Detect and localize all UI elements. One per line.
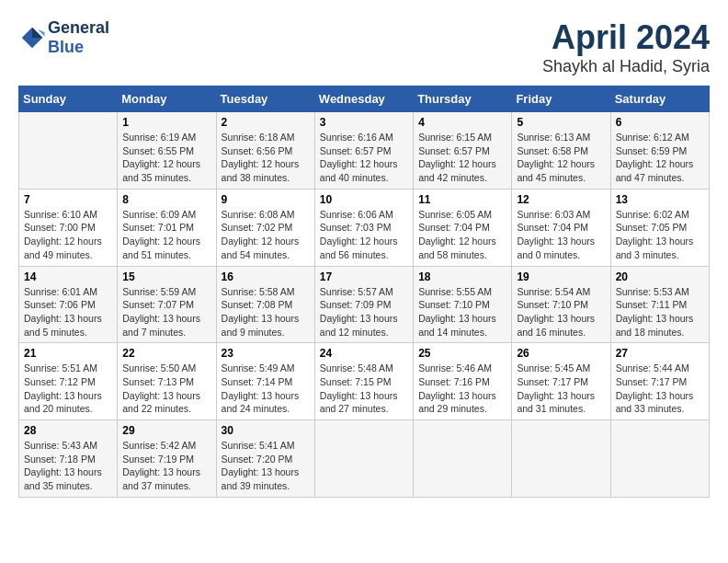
day-info: Sunrise: 6:16 AMSunset: 6:57 PMDaylight:… — [320, 131, 408, 185]
calendar-cell: 16Sunrise: 5:58 AMSunset: 7:08 PMDayligh… — [216, 266, 314, 343]
day-number: 14 — [24, 270, 112, 283]
day-info: Sunrise: 5:43 AMSunset: 7:18 PMDaylight:… — [24, 439, 112, 493]
calendar-cell: 10Sunrise: 6:06 AMSunset: 7:03 PMDayligh… — [314, 189, 413, 266]
day-number: 5 — [517, 116, 605, 129]
calendar-cell: 12Sunrise: 6:03 AMSunset: 7:04 PMDayligh… — [512, 189, 610, 266]
calendar-week-row: 1Sunrise: 6:19 AMSunset: 6:55 PMDaylight… — [19, 112, 710, 190]
day-info: Sunrise: 6:08 AMSunset: 7:02 PMDaylight:… — [222, 208, 310, 262]
day-number: 30 — [222, 424, 310, 437]
day-number: 24 — [320, 347, 408, 360]
day-info: Sunrise: 5:51 AMSunset: 7:12 PMDaylight:… — [24, 362, 112, 416]
calendar-cell — [414, 420, 512, 498]
calendar-table: SundayMondayTuesdayWednesdayThursdayFrid… — [18, 86, 710, 498]
calendar-cell — [610, 420, 709, 498]
calendar-cell: 18Sunrise: 5:55 AMSunset: 7:10 PMDayligh… — [414, 266, 512, 343]
title-block: April 2024 Shaykh al Hadid, Syria — [542, 18, 710, 76]
day-info: Sunrise: 6:13 AMSunset: 6:58 PMDaylight:… — [517, 131, 605, 185]
calendar-cell: 14Sunrise: 6:01 AMSunset: 7:06 PMDayligh… — [19, 266, 118, 343]
day-number: 27 — [616, 347, 704, 360]
day-info: Sunrise: 5:41 AMSunset: 7:20 PMDaylight:… — [222, 439, 310, 493]
calendar-cell: 6Sunrise: 6:12 AMSunset: 6:59 PMDaylight… — [610, 112, 709, 190]
day-info: Sunrise: 5:44 AMSunset: 7:17 PMDaylight:… — [616, 362, 704, 416]
calendar-cell: 4Sunrise: 6:15 AMSunset: 6:57 PMDaylight… — [414, 112, 512, 190]
weekday-header-cell: Thursday — [414, 86, 512, 112]
day-info: Sunrise: 6:19 AMSunset: 6:55 PMDaylight:… — [122, 131, 210, 185]
day-number: 11 — [418, 193, 506, 206]
day-number: 19 — [517, 270, 605, 283]
logo: General Blue — [18, 18, 109, 57]
day-number: 26 — [517, 347, 605, 360]
calendar-cell: 23Sunrise: 5:49 AMSunset: 7:14 PMDayligh… — [216, 343, 314, 420]
day-number: 28 — [24, 424, 112, 437]
day-number: 18 — [418, 270, 506, 283]
weekday-header-cell: Saturday — [610, 86, 709, 112]
calendar-cell: 7Sunrise: 6:10 AMSunset: 7:00 PMDaylight… — [19, 189, 118, 266]
day-number: 21 — [24, 347, 112, 360]
day-number: 3 — [320, 116, 408, 129]
day-number: 13 — [616, 193, 704, 206]
day-info: Sunrise: 6:02 AMSunset: 7:05 PMDaylight:… — [616, 208, 704, 262]
day-info: Sunrise: 6:12 AMSunset: 6:59 PMDaylight:… — [616, 131, 704, 185]
calendar-cell: 17Sunrise: 5:57 AMSunset: 7:09 PMDayligh… — [314, 266, 413, 343]
day-info: Sunrise: 5:55 AMSunset: 7:10 PMDaylight:… — [418, 285, 506, 339]
day-info: Sunrise: 5:57 AMSunset: 7:09 PMDaylight:… — [320, 285, 408, 339]
calendar-cell: 21Sunrise: 5:51 AMSunset: 7:12 PMDayligh… — [19, 343, 118, 420]
day-info: Sunrise: 5:58 AMSunset: 7:08 PMDaylight:… — [222, 285, 310, 339]
weekday-header-cell: Monday — [118, 86, 216, 112]
calendar-week-row: 14Sunrise: 6:01 AMSunset: 7:06 PMDayligh… — [19, 266, 710, 343]
calendar-cell: 15Sunrise: 5:59 AMSunset: 7:07 PMDayligh… — [118, 266, 216, 343]
day-number: 2 — [222, 116, 310, 129]
calendar-cell: 22Sunrise: 5:50 AMSunset: 7:13 PMDayligh… — [118, 343, 216, 420]
calendar-cell: 25Sunrise: 5:46 AMSunset: 7:16 PMDayligh… — [414, 343, 512, 420]
day-number: 29 — [122, 424, 210, 437]
day-info: Sunrise: 5:49 AMSunset: 7:14 PMDaylight:… — [222, 362, 310, 416]
weekday-header-cell: Sunday — [19, 86, 118, 112]
calendar-cell: 19Sunrise: 5:54 AMSunset: 7:10 PMDayligh… — [512, 266, 610, 343]
calendar-cell: 5Sunrise: 6:13 AMSunset: 6:58 PMDaylight… — [512, 112, 610, 190]
day-info: Sunrise: 6:15 AMSunset: 6:57 PMDaylight:… — [418, 131, 506, 185]
calendar-cell: 3Sunrise: 6:16 AMSunset: 6:57 PMDaylight… — [314, 112, 413, 190]
calendar-cell: 28Sunrise: 5:43 AMSunset: 7:18 PMDayligh… — [19, 420, 118, 498]
calendar-cell: 27Sunrise: 5:44 AMSunset: 7:17 PMDayligh… — [610, 343, 709, 420]
day-number: 9 — [222, 193, 310, 206]
day-info: Sunrise: 5:50 AMSunset: 7:13 PMDaylight:… — [122, 362, 210, 416]
day-number: 6 — [616, 116, 704, 129]
day-number: 4 — [418, 116, 506, 129]
calendar-cell: 24Sunrise: 5:48 AMSunset: 7:15 PMDayligh… — [314, 343, 413, 420]
location-title: Shaykh al Hadid, Syria — [542, 57, 710, 76]
weekday-header-cell: Friday — [512, 86, 610, 112]
day-number: 7 — [24, 193, 112, 206]
day-number: 23 — [222, 347, 310, 360]
weekday-header-cell: Wednesday — [314, 86, 413, 112]
day-info: Sunrise: 6:09 AMSunset: 7:01 PMDaylight:… — [122, 208, 210, 262]
day-info: Sunrise: 5:42 AMSunset: 7:19 PMDaylight:… — [122, 439, 210, 493]
day-number: 16 — [222, 270, 310, 283]
day-info: Sunrise: 6:10 AMSunset: 7:00 PMDaylight:… — [24, 208, 112, 262]
calendar-cell — [314, 420, 413, 498]
day-number: 10 — [320, 193, 408, 206]
calendar-cell: 1Sunrise: 6:19 AMSunset: 6:55 PMDaylight… — [118, 112, 216, 190]
logo-text: General Blue — [48, 18, 109, 57]
page-header: General Blue April 2024 Shaykh al Hadid,… — [18, 18, 710, 76]
day-info: Sunrise: 5:54 AMSunset: 7:10 PMDaylight:… — [517, 285, 605, 339]
day-number: 25 — [418, 347, 506, 360]
calendar-week-row: 21Sunrise: 5:51 AMSunset: 7:12 PMDayligh… — [19, 343, 710, 420]
weekday-header-cell: Tuesday — [216, 86, 314, 112]
day-number: 17 — [320, 270, 408, 283]
calendar-cell: 29Sunrise: 5:42 AMSunset: 7:19 PMDayligh… — [118, 420, 216, 498]
day-info: Sunrise: 6:06 AMSunset: 7:03 PMDaylight:… — [320, 208, 408, 262]
calendar-cell: 13Sunrise: 6:02 AMSunset: 7:05 PMDayligh… — [610, 189, 709, 266]
day-info: Sunrise: 5:45 AMSunset: 7:17 PMDaylight:… — [517, 362, 605, 416]
calendar-cell: 9Sunrise: 6:08 AMSunset: 7:02 PMDaylight… — [216, 189, 314, 266]
day-number: 15 — [122, 270, 210, 283]
day-number: 20 — [616, 270, 704, 283]
day-info: Sunrise: 5:53 AMSunset: 7:11 PMDaylight:… — [616, 285, 704, 339]
weekday-header-row: SundayMondayTuesdayWednesdayThursdayFrid… — [19, 86, 710, 112]
day-number: 12 — [517, 193, 605, 206]
day-info: Sunrise: 6:18 AMSunset: 6:56 PMDaylight:… — [222, 131, 310, 185]
calendar-cell: 11Sunrise: 6:05 AMSunset: 7:04 PMDayligh… — [414, 189, 512, 266]
calendar-cell: 8Sunrise: 6:09 AMSunset: 7:01 PMDaylight… — [118, 189, 216, 266]
day-info: Sunrise: 6:01 AMSunset: 7:06 PMDaylight:… — [24, 285, 112, 339]
day-info: Sunrise: 6:03 AMSunset: 7:04 PMDaylight:… — [517, 208, 605, 262]
calendar-week-row: 7Sunrise: 6:10 AMSunset: 7:00 PMDaylight… — [19, 189, 710, 266]
